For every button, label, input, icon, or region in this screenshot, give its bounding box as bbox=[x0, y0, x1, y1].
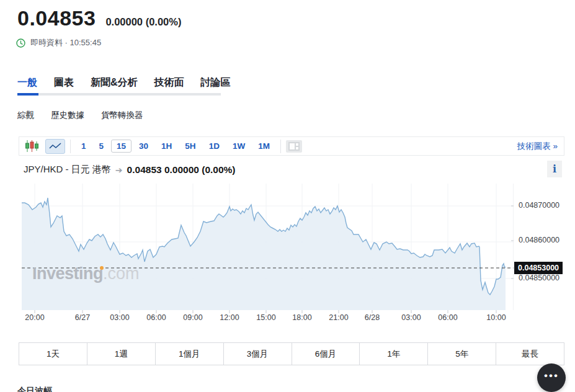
instrument-name: JPY/HKD - 日元 港幣 bbox=[24, 164, 111, 176]
x-axis-label: 6/28 bbox=[365, 313, 380, 322]
realtime-label: 即時資料 · 10:55:45 bbox=[30, 37, 101, 48]
price-change: 0.00000 (0.00%) bbox=[105, 16, 181, 28]
x-axis-label: 21:00 bbox=[329, 313, 348, 322]
y-axis-label: 0.04870000 bbox=[519, 201, 559, 210]
price-chart-svg bbox=[19, 184, 514, 316]
main-tabs: 一般圖表新聞&分析技術面討論區 bbox=[17, 76, 231, 89]
tab-技術面[interactable]: 技術面 bbox=[154, 76, 184, 89]
line-chart-icon[interactable] bbox=[45, 139, 65, 154]
range-button-1天[interactable]: 1天 bbox=[19, 342, 87, 365]
x-axis-label: 20:00 bbox=[25, 313, 44, 322]
active-tab-underline bbox=[17, 93, 38, 96]
more-dots-icon: ••• bbox=[544, 373, 559, 379]
last-price: 0.04853 bbox=[17, 6, 96, 30]
tab-underline-track bbox=[17, 93, 221, 96]
toolbar-divider bbox=[70, 140, 71, 153]
timeframe-group: 1515301H5H1D1W1M bbox=[76, 140, 275, 153]
timeframe-1W[interactable]: 1W bbox=[227, 140, 251, 153]
x-axis-label: 06:00 bbox=[146, 313, 166, 322]
range-button-6個月[interactable]: 6個月 bbox=[292, 342, 360, 365]
watermark-light: .com bbox=[103, 264, 140, 283]
info-icon[interactable]: i bbox=[547, 161, 562, 177]
timeframe-1[interactable]: 1 bbox=[76, 140, 92, 153]
arrow-icon: ➔ bbox=[115, 165, 123, 175]
x-axis-label: 6/27 bbox=[75, 313, 90, 322]
x-axis-label: 15:00 bbox=[256, 313, 275, 322]
x-axis-label: 10:00 bbox=[486, 313, 506, 322]
range-button-5年[interactable]: 5年 bbox=[427, 342, 496, 365]
page: 0.04853 0.00000 (0.00%) 即時資料 · 10:55:45 … bbox=[0, 0, 575, 392]
more-options-button[interactable]: ••• bbox=[537, 363, 566, 392]
x-axis-label: 09:00 bbox=[183, 313, 202, 322]
toolbar-divider-2 bbox=[280, 140, 281, 153]
subtab-歷史數據[interactable]: 歷史數據 bbox=[51, 110, 84, 121]
price-header: 0.04853 0.00000 (0.00%) bbox=[17, 6, 181, 30]
clock-icon bbox=[16, 38, 25, 48]
next-section-heading: 今日波幅 bbox=[17, 386, 52, 392]
watermark-bold: Investing bbox=[32, 264, 103, 283]
chart-widget: 1515301H5H1D1W1M 技術圖表 » JPY/HKD - 日元 港幣 … bbox=[19, 136, 564, 365]
range-button-row: 1天1週1個月3個月6個月1年5年最長 bbox=[19, 342, 564, 365]
x-axis-label: 12:00 bbox=[220, 313, 239, 322]
timeframe-5H[interactable]: 5H bbox=[179, 140, 201, 153]
sub-tabs: 綜觀歷史數據貨幣轉換器 bbox=[17, 110, 143, 121]
range-button-1年[interactable]: 1年 bbox=[359, 342, 428, 365]
subtab-綜觀[interactable]: 綜觀 bbox=[17, 110, 34, 121]
realtime-row: 即時資料 · 10:55:45 bbox=[16, 37, 101, 48]
timeframe-1D[interactable]: 1D bbox=[203, 140, 225, 153]
tab-討論區[interactable]: 討論區 bbox=[201, 76, 231, 89]
watermark-logo: Investing.com bbox=[32, 264, 140, 283]
subtab-貨幣轉換器[interactable]: 貨幣轉換器 bbox=[101, 110, 143, 121]
tab-圖表[interactable]: 圖表 bbox=[54, 76, 74, 89]
x-axis-label: 06:00 bbox=[438, 313, 457, 322]
x-axis-label: 18:00 bbox=[292, 313, 311, 322]
technical-chart-link[interactable]: 技術圖表 » bbox=[517, 141, 558, 152]
range-button-最長[interactable]: 最長 bbox=[496, 342, 564, 365]
timeframe-30[interactable]: 30 bbox=[133, 140, 154, 153]
chart-toolbar: 1515301H5H1D1W1M 技術圖表 » bbox=[19, 136, 564, 156]
chart-area[interactable]: Investing.com 0.048700000.048600000.0485… bbox=[19, 184, 564, 330]
watermark-dot bbox=[100, 266, 104, 270]
instrument-price: 0.04853 0.00000 (0.00%) bbox=[127, 164, 236, 176]
news-panel-icon[interactable] bbox=[286, 140, 302, 153]
candlestick-chart-icon[interactable] bbox=[25, 140, 39, 152]
current-price-badge: 0.04853000 bbox=[514, 262, 563, 274]
x-axis-label: 03:00 bbox=[110, 313, 129, 322]
chart-title-row: JPY/HKD - 日元 港幣 ➔ 0.04853 0.00000 (0.00%… bbox=[19, 156, 564, 184]
timeframe-1M[interactable]: 1M bbox=[252, 140, 275, 153]
y-axis-label: 0.04850000 bbox=[519, 274, 559, 282]
timeframe-1H[interactable]: 1H bbox=[156, 140, 177, 153]
x-axis-label: 03:00 bbox=[401, 313, 421, 322]
tab-一般[interactable]: 一般 bbox=[17, 76, 37, 89]
y-axis-label: 0.04860000 bbox=[519, 236, 559, 244]
range-button-3個月[interactable]: 3個月 bbox=[223, 342, 292, 365]
timeframe-5[interactable]: 5 bbox=[94, 140, 110, 153]
tab-新聞&分析[interactable]: 新聞&分析 bbox=[91, 76, 138, 89]
range-button-1週[interactable]: 1週 bbox=[87, 342, 156, 365]
range-button-1個月[interactable]: 1個月 bbox=[155, 342, 224, 365]
timeframe-15[interactable]: 15 bbox=[111, 140, 131, 153]
